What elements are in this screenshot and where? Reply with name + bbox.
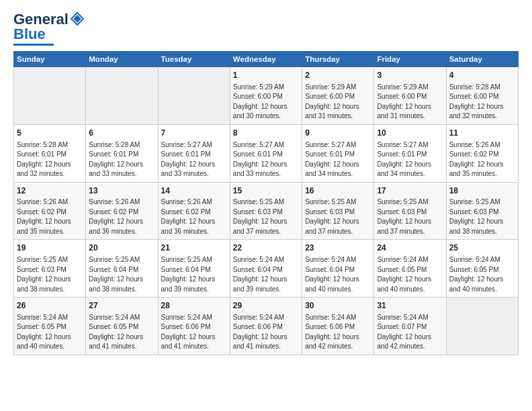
- day-number: 30: [305, 300, 371, 312]
- calendar-cell: 29Sunrise: 5:24 AMSunset: 6:06 PMDayligh…: [230, 298, 302, 355]
- cell-content: Sunrise: 5:25 AMSunset: 6:03 PMDaylight:…: [449, 197, 515, 236]
- calendar-cell: 15Sunrise: 5:25 AMSunset: 6:03 PMDayligh…: [230, 182, 302, 240]
- calendar-cell: 14Sunrise: 5:26 AMSunset: 6:02 PMDayligh…: [158, 182, 230, 240]
- cell-content: Sunrise: 5:27 AMSunset: 6:01 PMDaylight:…: [305, 140, 371, 179]
- day-number: 20: [89, 242, 154, 254]
- calendar-cell: 6Sunrise: 5:28 AMSunset: 6:01 PMDaylight…: [86, 124, 158, 182]
- calendar-cell: [14, 67, 86, 125]
- calendar-cell: [446, 298, 518, 355]
- cell-content: Sunrise: 5:26 AMSunset: 6:02 PMDaylight:…: [449, 140, 515, 179]
- weekday-header-row: SundayMondayTuesdayWednesdayThursdayFrid…: [14, 52, 519, 67]
- day-number: 8: [233, 128, 299, 139]
- cell-content: Sunrise: 5:28 AMSunset: 6:01 PMDaylight:…: [89, 140, 154, 179]
- day-number: 15: [233, 185, 299, 197]
- calendar-cell: 17Sunrise: 5:25 AMSunset: 6:03 PMDayligh…: [374, 182, 446, 240]
- day-number: 21: [161, 242, 227, 254]
- day-number: 29: [233, 300, 299, 312]
- calendar-cell: 20Sunrise: 5:25 AMSunset: 6:04 PMDayligh…: [86, 240, 158, 298]
- calendar-cell: 22Sunrise: 5:24 AMSunset: 6:04 PMDayligh…: [230, 240, 302, 298]
- cell-content: Sunrise: 5:24 AMSunset: 6:04 PMDaylight:…: [305, 255, 371, 294]
- logo-underline: [13, 44, 54, 46]
- cell-content: Sunrise: 5:25 AMSunset: 6:03 PMDaylight:…: [233, 197, 299, 236]
- day-number: 24: [377, 242, 443, 254]
- cell-content: Sunrise: 5:25 AMSunset: 6:04 PMDaylight:…: [89, 255, 154, 294]
- day-number: 18: [449, 185, 515, 197]
- logo-flag-icon: [70, 11, 85, 26]
- weekday-header-wednesday: Wednesday: [230, 52, 302, 67]
- calendar-week-row: 26Sunrise: 5:24 AMSunset: 6:05 PMDayligh…: [14, 298, 519, 355]
- day-number: 10: [377, 128, 443, 139]
- calendar-body: 1Sunrise: 5:29 AMSunset: 6:00 PMDaylight…: [14, 67, 519, 355]
- cell-content: Sunrise: 5:28 AMSunset: 6:00 PMDaylight:…: [449, 83, 515, 122]
- calendar-cell: 19Sunrise: 5:25 AMSunset: 6:03 PMDayligh…: [14, 240, 86, 298]
- cell-content: Sunrise: 5:27 AMSunset: 6:01 PMDaylight:…: [233, 140, 299, 179]
- calendar-cell: 1Sunrise: 5:29 AMSunset: 6:00 PMDaylight…: [230, 67, 302, 125]
- calendar-cell: 16Sunrise: 5:25 AMSunset: 6:03 PMDayligh…: [302, 182, 374, 240]
- weekday-header-saturday: Saturday: [446, 52, 518, 67]
- logo: General Blue: [13, 11, 85, 46]
- calendar-cell: 25Sunrise: 5:24 AMSunset: 6:05 PMDayligh…: [446, 240, 518, 298]
- cell-content: Sunrise: 5:25 AMSunset: 6:04 PMDaylight:…: [161, 255, 227, 294]
- day-number: 23: [305, 242, 371, 254]
- calendar-cell: 8Sunrise: 5:27 AMSunset: 6:01 PMDaylight…: [230, 124, 302, 182]
- day-number: 4: [449, 70, 515, 81]
- calendar-cell: [158, 67, 230, 125]
- calendar-cell: 9Sunrise: 5:27 AMSunset: 6:01 PMDaylight…: [302, 124, 374, 182]
- day-number: 11: [449, 128, 515, 139]
- calendar-week-row: 12Sunrise: 5:26 AMSunset: 6:02 PMDayligh…: [14, 182, 519, 240]
- calendar-cell: 3Sunrise: 5:29 AMSunset: 6:00 PMDaylight…: [374, 67, 446, 125]
- calendar-cell: 28Sunrise: 5:24 AMSunset: 6:06 PMDayligh…: [158, 298, 230, 355]
- day-number: 1: [233, 70, 299, 81]
- calendar-week-row: 19Sunrise: 5:25 AMSunset: 6:03 PMDayligh…: [14, 240, 519, 298]
- day-number: 16: [305, 185, 371, 197]
- day-number: 31: [377, 300, 443, 312]
- weekday-header-thursday: Thursday: [302, 52, 374, 67]
- cell-content: Sunrise: 5:27 AMSunset: 6:01 PMDaylight:…: [377, 140, 443, 179]
- cell-content: Sunrise: 5:26 AMSunset: 6:02 PMDaylight:…: [17, 197, 83, 236]
- day-number: 28: [161, 300, 227, 312]
- calendar-cell: 21Sunrise: 5:25 AMSunset: 6:04 PMDayligh…: [158, 240, 230, 298]
- day-number: 27: [89, 300, 154, 312]
- cell-content: Sunrise: 5:24 AMSunset: 6:04 PMDaylight:…: [233, 255, 299, 294]
- calendar-table: SundayMondayTuesdayWednesdayThursdayFrid…: [13, 51, 519, 355]
- day-number: 5: [17, 128, 83, 139]
- cell-content: Sunrise: 5:27 AMSunset: 6:01 PMDaylight:…: [161, 140, 227, 179]
- calendar-cell: 31Sunrise: 5:24 AMSunset: 6:07 PMDayligh…: [374, 298, 446, 355]
- day-number: 17: [377, 185, 443, 197]
- cell-content: Sunrise: 5:29 AMSunset: 6:00 PMDaylight:…: [377, 83, 443, 122]
- weekday-header-friday: Friday: [374, 52, 446, 67]
- cell-content: Sunrise: 5:24 AMSunset: 6:07 PMDaylight:…: [377, 313, 443, 352]
- weekday-header-tuesday: Tuesday: [158, 52, 230, 67]
- calendar-cell: 4Sunrise: 5:28 AMSunset: 6:00 PMDaylight…: [446, 67, 518, 125]
- cell-content: Sunrise: 5:29 AMSunset: 6:00 PMDaylight:…: [305, 83, 371, 122]
- page-header: General Blue: [13, 11, 519, 46]
- calendar-cell: [86, 67, 158, 125]
- day-number: 22: [233, 242, 299, 254]
- calendar-cell: 11Sunrise: 5:26 AMSunset: 6:02 PMDayligh…: [446, 124, 518, 182]
- cell-content: Sunrise: 5:26 AMSunset: 6:02 PMDaylight:…: [89, 197, 154, 236]
- day-number: 3: [377, 70, 443, 81]
- day-number: 19: [17, 242, 83, 254]
- cell-content: Sunrise: 5:26 AMSunset: 6:02 PMDaylight:…: [161, 197, 227, 236]
- calendar-cell: 13Sunrise: 5:26 AMSunset: 6:02 PMDayligh…: [86, 182, 158, 240]
- calendar-cell: 24Sunrise: 5:24 AMSunset: 6:05 PMDayligh…: [374, 240, 446, 298]
- day-number: 26: [17, 300, 83, 312]
- day-number: 12: [17, 185, 83, 197]
- calendar-cell: 5Sunrise: 5:28 AMSunset: 6:01 PMDaylight…: [14, 124, 86, 182]
- cell-content: Sunrise: 5:24 AMSunset: 6:06 PMDaylight:…: [161, 313, 227, 352]
- calendar-cell: 2Sunrise: 5:29 AMSunset: 6:00 PMDaylight…: [302, 67, 374, 125]
- cell-content: Sunrise: 5:24 AMSunset: 6:05 PMDaylight:…: [377, 255, 443, 294]
- cell-content: Sunrise: 5:29 AMSunset: 6:00 PMDaylight:…: [233, 83, 299, 122]
- calendar-cell: 12Sunrise: 5:26 AMSunset: 6:02 PMDayligh…: [14, 182, 86, 240]
- day-number: 9: [305, 128, 371, 139]
- calendar-cell: 26Sunrise: 5:24 AMSunset: 6:05 PMDayligh…: [14, 298, 86, 355]
- calendar-cell: 23Sunrise: 5:24 AMSunset: 6:04 PMDayligh…: [302, 240, 374, 298]
- calendar-cell: 7Sunrise: 5:27 AMSunset: 6:01 PMDaylight…: [158, 124, 230, 182]
- calendar-cell: 10Sunrise: 5:27 AMSunset: 6:01 PMDayligh…: [374, 124, 446, 182]
- calendar-week-row: 5Sunrise: 5:28 AMSunset: 6:01 PMDaylight…: [14, 124, 519, 182]
- calendar-cell: 27Sunrise: 5:24 AMSunset: 6:05 PMDayligh…: [86, 298, 158, 355]
- cell-content: Sunrise: 5:25 AMSunset: 6:03 PMDaylight:…: [17, 255, 83, 294]
- calendar-week-row: 1Sunrise: 5:29 AMSunset: 6:00 PMDaylight…: [14, 67, 519, 125]
- cell-content: Sunrise: 5:24 AMSunset: 6:05 PMDaylight:…: [89, 313, 154, 352]
- cell-content: Sunrise: 5:24 AMSunset: 6:06 PMDaylight:…: [233, 313, 299, 352]
